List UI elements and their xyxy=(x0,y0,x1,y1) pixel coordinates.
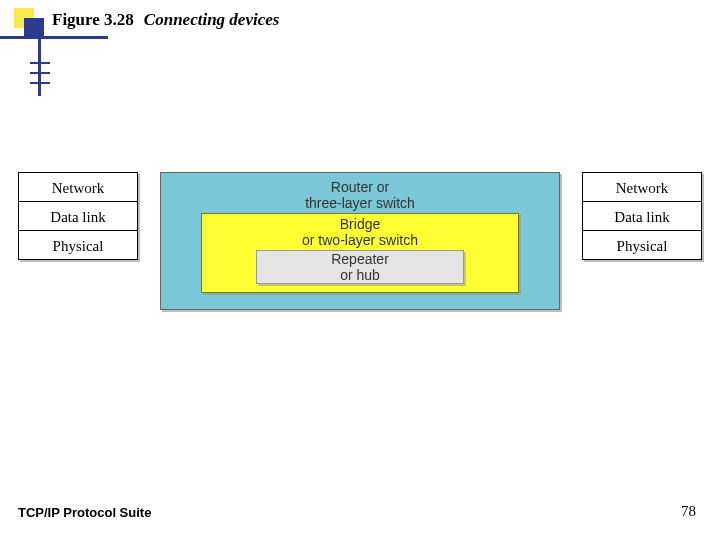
page-number: 78 xyxy=(681,503,696,520)
bridge-box: Bridge or two-layer switch Repeater or h… xyxy=(201,213,519,293)
layer-cell: Physical xyxy=(18,230,138,260)
router-box: Router or three-layer switch xyxy=(183,179,537,211)
diagram: Network Data link Physical Router or thr… xyxy=(18,172,702,310)
devices-box: Router or three-layer switch Bridge or t… xyxy=(160,172,560,310)
figure-title: Connecting devices xyxy=(144,8,280,30)
bridge-line1: Bridge xyxy=(226,216,494,232)
repeater-line1: Repeater xyxy=(267,251,453,267)
figure-number: Figure 3.28 xyxy=(52,8,134,30)
layer-cell: Data link xyxy=(582,201,702,231)
decor-rule-v xyxy=(38,36,41,96)
router-line2: three-layer switch xyxy=(183,195,537,211)
right-layer-stack: Network Data link Physical xyxy=(582,172,702,259)
decor-tick xyxy=(30,82,50,84)
footer-left: TCP/IP Protocol Suite xyxy=(18,505,151,520)
decor-tick xyxy=(30,72,50,74)
bridge-line2: or two-layer switch xyxy=(226,232,494,248)
layer-cell: Network xyxy=(582,172,702,202)
slide-logo xyxy=(14,8,42,36)
repeater-box: Repeater or hub xyxy=(256,250,464,284)
decor-tick xyxy=(30,62,50,64)
title-bar: Figure 3.28 Connecting devices xyxy=(14,8,279,36)
repeater-line2: or hub xyxy=(267,267,453,283)
left-layer-stack: Network Data link Physical xyxy=(18,172,138,259)
decor-rule-h xyxy=(0,36,108,39)
layer-cell: Physical xyxy=(582,230,702,260)
layer-cell: Network xyxy=(18,172,138,202)
layer-cell: Data link xyxy=(18,201,138,231)
router-line1: Router or xyxy=(183,179,537,195)
